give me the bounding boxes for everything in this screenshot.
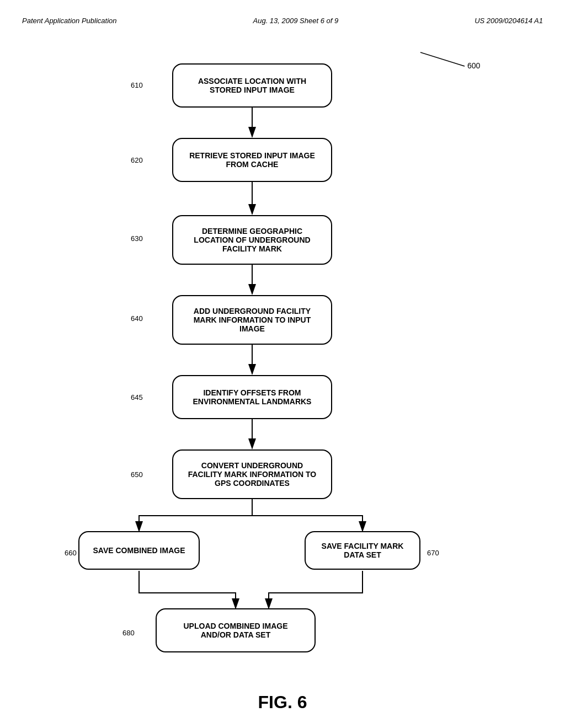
header-center: Aug. 13, 2009 Sheet 6 of 9 <box>253 17 339 25</box>
label-660: 660 <box>65 549 77 557</box>
svg-line-6 <box>420 52 465 66</box>
header-right: US 2009/0204614 A1 <box>475 17 543 25</box>
box-680: UPLOAD COMBINED IMAGEAND/OR DATA SET <box>156 608 316 652</box>
box-660: SAVE COMBINED IMAGE <box>78 531 200 570</box>
box-650: CONVERT UNDERGROUNDFACILITY MARK INFORMA… <box>172 449 332 499</box>
box-630: DETERMINE GEOGRAPHICLOCATION OF UNDERGRO… <box>172 215 332 265</box>
box-620: RETRIEVE STORED INPUT IMAGEFROM CACHE <box>172 138 332 182</box>
label-650: 650 <box>131 470 143 479</box>
figure-caption: FIG. 6 <box>22 692 543 713</box>
label-680: 680 <box>122 629 135 637</box>
svg-text:600: 600 <box>467 61 481 70</box>
box-670: SAVE FACILITY MARKDATA SET <box>305 531 420 570</box>
box-610: ASSOCIATE LOCATION WITHSTORED INPUT IMAG… <box>172 63 332 108</box>
label-670: 670 <box>427 549 439 557</box>
label-630: 630 <box>131 234 143 243</box>
page: Patent Application Publication Aug. 13, … <box>0 0 565 728</box>
diagram-arrows: 600 <box>45 36 520 687</box>
header-left: Patent Application Publication <box>22 17 117 25</box>
label-620: 620 <box>131 156 143 164</box>
label-645: 645 <box>131 393 143 402</box>
flowchart-diagram: 600 610 ASSOCIATE LOCATION WITHSTORED IN… <box>45 36 520 687</box>
box-640: ADD UNDERGROUND FACILITYMARK INFORMATION… <box>172 295 332 345</box>
label-640: 640 <box>131 314 143 323</box>
page-header: Patent Application Publication Aug. 13, … <box>22 17 543 25</box>
box-645: IDENTIFY OFFSETS FROMENVIRONMENTAL LANDM… <box>172 375 332 419</box>
label-610: 610 <box>131 81 143 89</box>
